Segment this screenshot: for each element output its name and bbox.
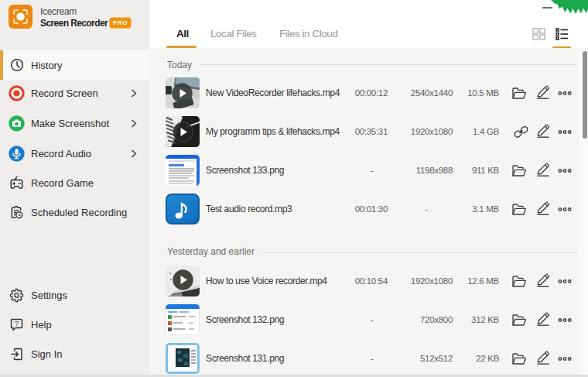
svg-text:?: ?: [15, 319, 19, 327]
